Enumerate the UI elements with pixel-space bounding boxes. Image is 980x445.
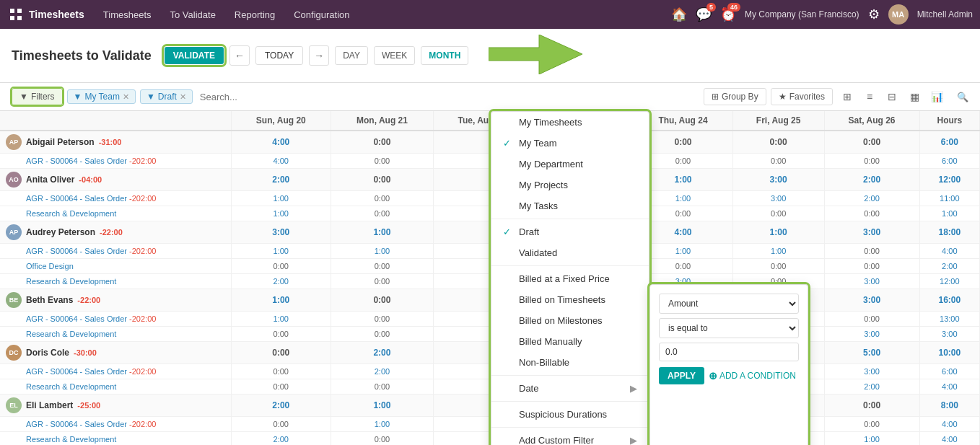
sub-cell-value: 3:00 <box>864 277 879 286</box>
filter-suspicious[interactable]: Suspicious Durations <box>491 404 649 425</box>
sub-time-cell: 2:00 <box>231 274 331 289</box>
list-view-btn[interactable]: ≡ <box>859 87 880 107</box>
nav-reporting[interactable]: Reporting <box>227 6 282 23</box>
person-name-cell[interactable]: BE Beth Evans -22:00 <box>0 289 231 312</box>
home-icon[interactable]: 🏠 <box>671 6 687 22</box>
sub-name-cell[interactable]: AGR - S00064 - Sales Order -202:00 <box>0 364 231 379</box>
filter-my-projects[interactable]: My Projects <box>491 175 649 195</box>
sub-name-cell[interactable]: AGR - S00064 - Sales Order -202:00 <box>0 417 231 432</box>
sub-time-cell: 1:00 <box>824 432 919 446</box>
search-input[interactable] <box>197 89 699 105</box>
person-name-cell[interactable]: EL Eli Lambert -25:00 <box>0 395 231 417</box>
filter-my-dept[interactable]: My Department <box>491 154 649 175</box>
sub-name-cell[interactable]: AGR - S00064 - Sales Order -202:00 <box>0 154 231 169</box>
remove-my-team[interactable]: ✕ <box>123 92 129 102</box>
sub-name: Office Design <box>26 262 74 270</box>
settings-icon[interactable]: ⚙ <box>868 6 880 22</box>
filter-value-input[interactable] <box>659 343 799 361</box>
add-condition-button[interactable]: ⊕ ADD A CONDITION <box>709 370 796 382</box>
messages-icon[interactable]: 💬 5 <box>696 6 712 22</box>
sub-time-cell: 6:00 <box>919 364 979 379</box>
label-my-dept: My Department <box>519 159 583 169</box>
search-icon-right[interactable]: 🔍 <box>957 92 968 102</box>
remove-draft[interactable]: ✕ <box>180 92 186 102</box>
person-name-cell[interactable]: DC Doris Cole -30:00 <box>0 342 231 364</box>
favorites-button[interactable]: ★ Favorites <box>771 88 833 105</box>
sub-cell-value: 0:00 <box>864 157 879 165</box>
time-cell: 12:00 <box>919 169 979 191</box>
filters-button[interactable]: ▼ Filters <box>12 88 63 105</box>
filter-condition-select[interactable]: is equal to <box>659 318 799 338</box>
user-avatar[interactable]: MA <box>888 4 909 25</box>
custom-filter-actions: APPLY ⊕ ADD A CONDITION <box>659 367 799 384</box>
app-grid-icon[interactable] <box>7 6 25 23</box>
filter-field-select[interactable]: Amount <box>659 294 799 314</box>
apply-button[interactable]: APPLY <box>659 367 704 384</box>
kanban-view-btn[interactable]: ⊞ <box>837 87 857 107</box>
sub-name-cell[interactable]: Office Design <box>0 259 231 274</box>
time-cell: 0:00 <box>331 169 434 191</box>
sub-badge: -202:00 <box>129 194 156 203</box>
filter-non-billable[interactable]: Non-Billable <box>491 352 649 373</box>
sub-name: AGR - S00064 - Sales Order <box>26 367 127 376</box>
person-name-cell[interactable]: AP Audrey Peterson -22:00 <box>0 221 231 244</box>
group-by-label: Group By <box>722 92 758 102</box>
filter-add-custom[interactable]: Add Custom Filter ▶ <box>491 430 649 445</box>
avatar: DC <box>6 345 22 361</box>
time-cell: 18:00 <box>919 221 979 244</box>
divider-1 <box>491 219 649 219</box>
sub-cell-value: 0:00 <box>375 262 390 270</box>
sub-name-cell[interactable]: AGR - S00064 - Sales Order -202:00 <box>0 191 231 206</box>
filter-my-team[interactable]: ✓ My Team <box>491 133 649 154</box>
next-button[interactable]: → <box>309 45 329 66</box>
calendar-view-btn[interactable]: ▦ <box>904 87 924 107</box>
today-button[interactable]: TODAY <box>255 46 303 65</box>
filter-my-timesheets[interactable]: My Timesheets <box>491 112 649 133</box>
sub-cell-value: 12:00 <box>940 277 960 286</box>
week-button[interactable]: WEEK <box>374 46 415 65</box>
sub-time-cell: 0:00 <box>331 206 434 221</box>
sub-time-cell: 0:00 <box>231 327 331 342</box>
filter-date[interactable]: Date ▶ <box>491 378 649 399</box>
draft-tag[interactable]: ▼ Draft ✕ <box>140 89 193 104</box>
filter-icon-tag: ▼ <box>74 92 82 102</box>
sub-cell-value: 3:00 <box>864 367 879 376</box>
filter-billed-timesheets[interactable]: Billed on Timesheets <box>491 289 649 310</box>
sub-name-cell[interactable]: Research & Development <box>0 379 231 395</box>
person-name-cell[interactable]: AO Anita Oliver -04:00 <box>0 169 231 191</box>
nav-timesheets[interactable]: Timesheets <box>96 6 159 23</box>
filter-dropdown-overlay: My Timesheets ✓ My Team My Department My… <box>491 111 808 445</box>
group-by-button[interactable]: ⊞ Group By <box>704 88 766 105</box>
sub-name-cell[interactable]: Research & Development <box>0 327 231 342</box>
person-name-cell[interactable]: AP Abigail Peterson -31:00 <box>0 131 231 154</box>
pivot-view-btn[interactable]: ⊟ <box>882 87 902 107</box>
day-button[interactable]: DAY <box>335 46 368 65</box>
filter-my-tasks[interactable]: My Tasks <box>491 195 649 216</box>
cell-value: 0:00 <box>373 295 390 305</box>
filter-validated[interactable]: Validated <box>491 242 649 263</box>
validate-button[interactable]: VALIDATE <box>165 47 224 64</box>
filter-billed-milestones[interactable]: Billed on Milestones <box>491 310 649 331</box>
sub-name-cell[interactable]: Research & Development <box>0 206 231 221</box>
sub-cell-value: 2:00 <box>942 262 957 270</box>
time-cell: 10:00 <box>919 342 979 364</box>
sub-time-cell: 13:00 <box>919 312 979 327</box>
filter-billed-fixed[interactable]: Billed at a Fixed Price <box>491 268 649 289</box>
sub-name-cell[interactable]: AGR - S00064 - Sales Order -202:00 <box>0 312 231 327</box>
sub-cell-value: 4:00 <box>942 247 957 255</box>
nav-configuration[interactable]: Configuration <box>286 6 356 23</box>
nav-to-validate[interactable]: To Validate <box>163 6 223 23</box>
sub-time-cell: 1:00 <box>331 417 434 432</box>
filter-billed-manually[interactable]: Billed Manually <box>491 331 649 352</box>
month-button[interactable]: MONTH <box>421 46 468 65</box>
prev-button[interactable]: ← <box>229 45 250 66</box>
label-my-projects: My Projects <box>519 180 568 190</box>
sub-name-cell[interactable]: Research & Development <box>0 432 231 446</box>
sub-cell-value: 2:00 <box>274 435 289 444</box>
chart-view-btn[interactable]: 📊 <box>927 87 947 107</box>
filter-draft[interactable]: ✓ Draft <box>491 221 649 242</box>
my-team-tag[interactable]: ▼ My Team ✕ <box>67 89 136 104</box>
sub-name-cell[interactable]: Research & Development <box>0 274 231 289</box>
sub-name-cell[interactable]: AGR - S00064 - Sales Order -202:00 <box>0 244 231 259</box>
clock-icon[interactable]: ⏰ 46 <box>720 6 736 22</box>
